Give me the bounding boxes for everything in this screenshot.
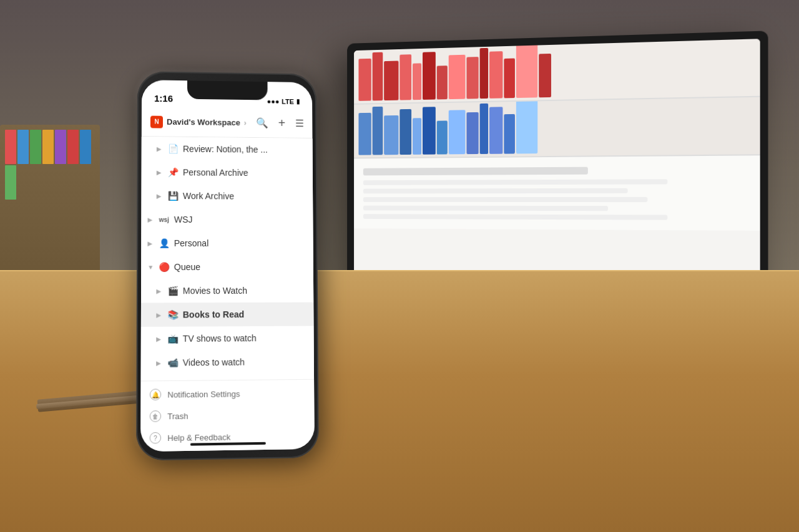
help-label: Help & Feedback [167,432,230,443]
chevron-icon: ▶ [147,216,157,223]
more-icon[interactable]: ··· [287,168,297,178]
item-label: Movies to Watch [183,286,288,296]
item-icon: 📌 [167,167,179,177]
list-item[interactable]: ▶ 🎬 Movies to Watch ··· + [141,279,313,303]
workspace-label[interactable]: N David's Workspace › [150,115,247,129]
add-icon[interactable]: + [301,145,306,156]
signal-icon: ●●● [267,97,280,105]
status-icons: ●●● LTE ▮ [267,97,300,105]
app-header: N David's Workspace › 🔍 + ☰ [142,107,313,138]
more-icon[interactable]: ··· [287,191,297,201]
sidebar-content: ▶ 📄 Review: Notion, the ... ··· + ▶ 📌 Pe… [141,137,315,400]
add-icon[interactable]: + [301,168,306,179]
phone-screen: 1:16 ●●● LTE ▮ N David's Workspace › 🔍 +… [140,80,315,452]
list-item[interactable]: ▶ 💾 Work Archive ··· + [141,184,313,208]
trash-icon: 🗑 [150,410,161,422]
trash-item[interactable]: 🗑 Trash [140,404,314,427]
more-icon[interactable]: ··· [288,333,297,343]
list-item[interactable]: ▶ 📺 TV shows to watch ··· + [141,326,314,351]
phone-body: 1:16 ●●● LTE ▮ N David's Workspace › 🔍 +… [136,71,319,460]
item-label: Personal Archive [183,167,287,178]
add-icon[interactable]: + [301,309,307,320]
workspace-chevron: › [244,118,247,127]
more-icon[interactable]: ··· [288,309,297,319]
item-label: Queue [174,262,288,272]
help-icon: ? [150,432,161,444]
item-icon: 💾 [167,191,179,201]
item-label: Work Archive [183,191,287,201]
chevron-icon: ▶ [156,311,166,318]
trash-label: Trash [167,411,188,421]
battery-icon: ▮ [297,97,300,105]
notification-label: Notification Settings [167,389,240,400]
chevron-icon: ▶ [157,145,167,152]
search-icon[interactable]: 🔍 [256,117,268,129]
add-icon[interactable]: + [301,332,307,344]
item-icon: 📚 [166,309,179,319]
list-item[interactable]: ▶ 📹 Videos to watch ··· + [141,350,314,375]
workspace-name: David's Workspace [167,117,240,127]
item-icon: 🔴 [157,262,170,272]
chevron-icon: ▶ [157,168,167,175]
list-item[interactable]: ▶ 👤 Personal ··· + [141,231,313,255]
item-icon: 📄 [167,143,179,153]
add-icon[interactable]: + [301,191,306,202]
more-icon[interactable]: ··· [288,286,297,296]
item-label: WSJ [174,215,287,225]
list-item[interactable]: ▶ wsj WSJ ··· + [141,208,313,232]
item-label: Personal [174,238,287,248]
add-icon[interactable]: + [301,261,307,273]
add-icon[interactable]: + [301,285,307,296]
chevron-icon: ▶ [156,288,166,294]
item-label: TV shows to watch [183,333,288,344]
item-label: Books to Read [183,309,288,320]
network-label: LTE [282,97,294,105]
add-icon[interactable]: + [301,238,307,249]
chevron-icon: ▶ [147,239,157,246]
help-item[interactable]: ? Help & Feedback [140,425,314,449]
more-icon[interactable]: ··· [287,145,295,155]
more-icon[interactable]: ··· [287,262,297,272]
item-icon: 👤 [158,238,170,248]
phone-notch [187,80,268,100]
item-icon: wsj [158,216,170,223]
item-icon: 📹 [166,357,179,367]
add-icon[interactable]: + [301,215,306,226]
item-icon: 📺 [166,334,179,344]
more-icon[interactable]: ··· [288,357,297,367]
header-actions: 🔍 + ☰ [256,116,303,130]
phone: 1:16 ●●● LTE ▮ N David's Workspace › 🔍 +… [136,71,319,460]
compose-icon[interactable]: + [278,116,286,130]
item-label: Review: Notion, the ... [183,144,287,155]
add-icon[interactable]: + [302,356,308,367]
list-item[interactable]: ▶ 📄 Review: Notion, the ... ··· + [142,137,313,162]
chevron-icon: ▶ [156,359,166,366]
more-icon[interactable]: ··· [287,238,297,248]
chevron-icon: ▶ [156,335,166,342]
more-icon[interactable]: ··· [287,215,297,225]
chevron-icon: ▶ [157,192,167,199]
status-time: 1:16 [154,93,173,104]
item-icon: 🎬 [167,286,179,296]
item-label: Videos to watch [183,357,288,368]
notification-icon: 🔔 [150,389,161,400]
list-item[interactable]: ▶ 📚 Books to Read ··· + [141,302,314,327]
chevron-icon: ▼ [147,263,157,270]
menu-icon[interactable]: ☰ [295,117,304,129]
notification-settings-item[interactable]: 🔔 Notification Settings [141,382,315,406]
list-item[interactable]: ▶ 📌 Personal Archive ··· + [142,160,313,185]
list-item[interactable]: ▼ 🔴 Queue ··· + [141,255,313,279]
sidebar-bottom: 🔔 Notification Settings 🗑 Trash ? Help &… [140,379,315,452]
workspace-icon: N [150,115,163,128]
